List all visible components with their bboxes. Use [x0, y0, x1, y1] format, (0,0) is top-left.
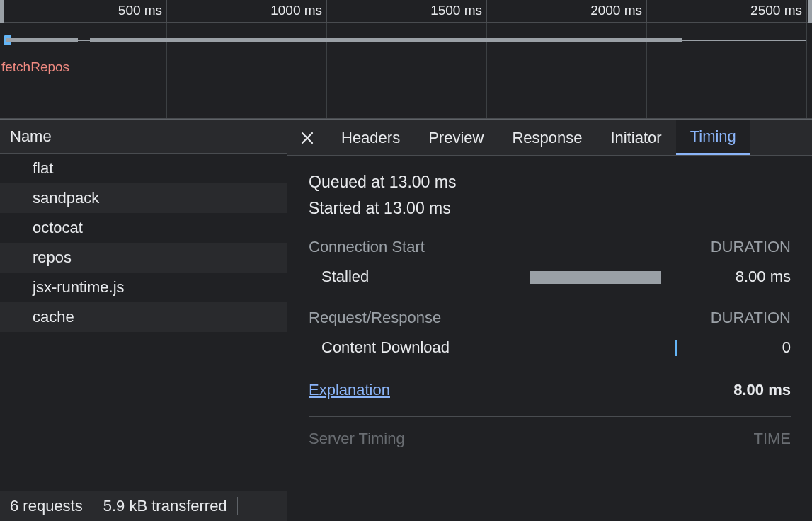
details-pane: Headers Preview Response Initiator Timin…	[287, 120, 812, 521]
connection-start-label: Connection Start	[309, 238, 425, 256]
content-download-value: 0	[677, 338, 791, 357]
divider	[309, 416, 791, 417]
request-list: flat sandpack octocat repos jsx-runtime.…	[0, 154, 287, 491]
column-header-name[interactable]: Name	[0, 120, 287, 154]
tab-headers[interactable]: Headers	[327, 120, 414, 155]
divider	[93, 497, 93, 515]
request-response-label: Request/Response	[309, 309, 441, 327]
fetch-label: fetchRepos	[1, 59, 69, 75]
timeline-ruler[interactable]: 500 ms 1000 ms 1500 ms 2000 ms 2500 ms	[0, 0, 812, 23]
overview-right-handle[interactable]	[808, 0, 812, 23]
request-count: 6 requests	[10, 497, 83, 515]
request-row[interactable]: sandpack	[0, 183, 287, 213]
ruler-tick-label: 2000 ms	[590, 3, 646, 18]
content-download-bar	[675, 340, 677, 356]
started-at: Started at 13.00 ms	[309, 199, 791, 218]
status-bar: 6 requests 5.9 kB transferred	[0, 491, 287, 521]
timeline-overview[interactable]: 500 ms 1000 ms 1500 ms 2000 ms 2500 ms f…	[0, 0, 812, 119]
ruler-tick-label: 1000 ms	[270, 3, 326, 18]
ruler-tick-label: 2500 ms	[750, 3, 806, 18]
stalled-value: 8.00 ms	[677, 268, 791, 286]
request-row[interactable]: cache	[0, 302, 287, 332]
tab-bar: Headers Preview Response Initiator Timin…	[287, 120, 812, 156]
total-time: 8.00 ms	[733, 381, 791, 399]
tab-preview[interactable]: Preview	[414, 120, 498, 155]
stalled-bar	[530, 271, 661, 284]
server-timing-label: Server Timing	[309, 430, 405, 448]
close-icon[interactable]	[287, 120, 327, 155]
timeline-bars	[6, 38, 806, 42]
explanation-link[interactable]: Explanation	[309, 381, 390, 399]
tab-response[interactable]: Response	[498, 120, 596, 155]
duration-label: DURATION	[711, 238, 791, 256]
duration-label: DURATION	[711, 309, 791, 327]
stalled-label: Stalled	[309, 268, 528, 286]
tab-timing[interactable]: Timing	[676, 120, 750, 155]
request-list-pane: Name flat sandpack octocat repos jsx-run…	[0, 120, 287, 521]
timing-panel: Queued at 13.00 ms Started at 13.00 ms C…	[287, 156, 812, 521]
request-row[interactable]: flat	[0, 154, 287, 183]
ruler-tick-label: 1500 ms	[430, 3, 486, 18]
request-row[interactable]: jsx-runtime.js	[0, 273, 287, 302]
queued-at: Queued at 13.00 ms	[309, 173, 791, 192]
request-row[interactable]: octocat	[0, 213, 287, 243]
overview-left-handle[interactable]	[0, 0, 4, 23]
transferred: 5.9 kB transferred	[103, 497, 227, 515]
divider	[237, 497, 238, 515]
tab-initiator[interactable]: Initiator	[596, 120, 675, 155]
ruler-tick-label: 500 ms	[118, 3, 166, 18]
time-label: TIME	[753, 430, 791, 448]
content-download-label: Content Download	[309, 338, 528, 357]
request-row[interactable]: repos	[0, 243, 287, 273]
